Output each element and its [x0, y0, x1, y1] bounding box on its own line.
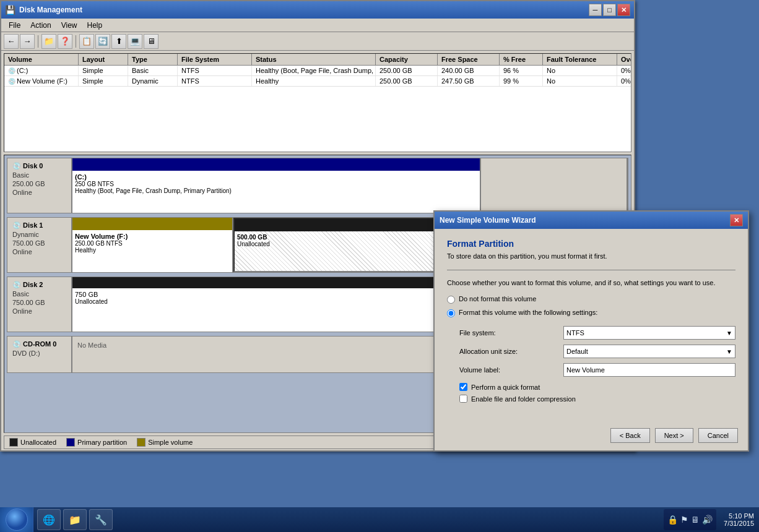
row0-capacity: 250.00 GB — [376, 66, 438, 75]
row0-fault: No — [543, 66, 617, 75]
window-title: Disk Management — [19, 6, 589, 14]
display-button[interactable]: 🖥 — [144, 34, 158, 49]
disk-1-size: 750.00 GB — [12, 239, 66, 247]
tool-icon: 🔧 — [95, 513, 107, 526]
disk-1-vol-status: Healthy — [75, 247, 230, 254]
properties-button[interactable]: 📋 — [79, 34, 94, 49]
row0-free: 240.00 GB — [438, 66, 500, 75]
fs-label: File system: — [459, 329, 558, 337]
disk-0-size: 250.00 GB — [12, 180, 66, 187]
row1-status: Healthy — [252, 76, 376, 86]
refresh-button[interactable]: 🔄 — [95, 34, 110, 49]
start-orb-icon — [6, 508, 28, 531]
legend-unallocated-color — [9, 438, 18, 447]
table-row[interactable]: 💿(C:) Simple Basic NTFS Healthy (Boot, P… — [4, 66, 631, 76]
disk-1-vol-size: 250.00 GB NTFS — [75, 240, 230, 247]
disk-0-partition-body: (C:) 250 GB NTFS Healthy (Boot, Page Fil… — [72, 171, 480, 213]
back-button[interactable]: < Back — [610, 428, 650, 443]
quick-format-checkbox[interactable] — [459, 383, 467, 391]
taskbar-item-ie[interactable]: 🌐 — [37, 509, 61, 530]
menu-action[interactable]: Action — [25, 20, 56, 31]
forward-button[interactable]: → — [20, 34, 35, 49]
radio-no-format-input[interactable] — [447, 296, 455, 304]
disk-0-label: 💿 Disk 0 Basic 250.00 GB Online — [7, 158, 72, 213]
cancel-button[interactable]: Cancel — [698, 428, 738, 443]
row1-volume: 💿New Volume (F:) — [4, 76, 79, 86]
computer-button[interactable]: 💻 — [128, 34, 142, 49]
next-button[interactable]: Next > — [655, 428, 693, 443]
volume-label-input[interactable] — [563, 363, 735, 377]
col-filesystem: File System — [178, 54, 252, 65]
disk-1-status: Online — [12, 248, 66, 255]
fs-arrow-icon: ▼ — [726, 330, 732, 337]
dialog-title-bar: New Simple Volume Wizard ✕ — [435, 212, 748, 229]
dialog-title-text: New Simple Volume Wizard — [440, 216, 730, 225]
folder-button[interactable]: 📁 — [41, 34, 56, 49]
fs-select[interactable]: NTFS ▼ — [563, 326, 735, 340]
taskbar-item-explorer[interactable]: 📁 — [63, 509, 87, 530]
checkbox-quick-format: Perform a quick format — [459, 383, 735, 391]
disk-2-status: Online — [12, 307, 66, 315]
radio-no-format-label: Do not format this volume — [459, 295, 536, 302]
dialog-footer: < Back Next > Cancel — [610, 428, 738, 443]
start-button[interactable] — [0, 507, 33, 532]
up-button[interactable]: ⬆ — [111, 34, 126, 49]
radio-format-label: Format this volume with the following se… — [459, 309, 597, 316]
row1-free: 247.50 GB — [438, 76, 500, 86]
radio-no-format: Do not format this volume — [447, 295, 735, 304]
cdrom-label: 💿 CD-ROM 0 DVD (D:) — [7, 337, 72, 372]
legend-primary: Primary partition — [66, 438, 127, 447]
dialog-body-text: Choose whether you want to format this v… — [447, 279, 735, 286]
fs-value: NTFS — [566, 329, 584, 337]
clock-date: 7/31/2015 — [724, 520, 754, 527]
minimize-button[interactable]: ─ — [589, 4, 602, 16]
legend-unallocated: Unallocated — [9, 438, 56, 447]
legend-simple-label: Simple volume — [148, 439, 193, 446]
system-clock: 5:10 PM 7/31/2015 — [719, 512, 754, 527]
window-icon: 💾 — [5, 5, 15, 15]
ie-icon: 🌐 — [43, 513, 55, 526]
taskbar-item-tool[interactable]: 🔧 — [89, 509, 113, 530]
close-button[interactable]: ✕ — [617, 4, 630, 16]
tray-icons: 🔒 ⚑ 🖥 🔊 — [664, 509, 716, 530]
maximize-button[interactable]: □ — [603, 4, 616, 16]
col-volume: Volume — [4, 54, 79, 65]
dialog-format-partition: New Simple Volume Wizard ✕ Format Partit… — [433, 210, 749, 452]
cdrom-name: 💿 CD-ROM 0 — [12, 340, 66, 348]
taskbar: 🌐 📁 🔧 🔒 ⚑ 🖥 🔊 5:10 PM 7/31/2015 — [0, 507, 759, 532]
disk-1-partition-body: New Volume (F:) 250.00 GB NTFS Healthy — [72, 230, 232, 272]
alloc-arrow-icon: ▼ — [726, 348, 732, 355]
row0-pct: 96 % — [500, 66, 543, 75]
row0-status: Healthy (Boot, Page File, Crash Dump, Pr… — [252, 66, 376, 75]
checkbox-compression: Enable file and folder compression — [459, 395, 735, 403]
row1-fault: No — [543, 76, 617, 86]
col-layout: Layout — [79, 54, 128, 65]
table-row[interactable]: 💿New Volume (F:) Simple Dynamic NTFS Hea… — [4, 76, 631, 87]
row0-layout: Simple — [79, 66, 128, 75]
dialog-section-desc: To store data on this partition, you mus… — [447, 252, 735, 260]
disk-0-partition-c[interactable]: (C:) 250 GB NTFS Healthy (Boot, Page Fil… — [72, 158, 481, 213]
compression-checkbox[interactable] — [459, 395, 467, 403]
tray-flag-icon: ⚑ — [680, 515, 688, 525]
help-button[interactable]: ❓ — [58, 34, 72, 49]
menu-file[interactable]: File — [4, 20, 25, 31]
back-button[interactable]: ← — [4, 34, 19, 49]
clock-time: 5:10 PM — [724, 512, 754, 520]
dialog-section-title: Format Partition — [447, 239, 735, 249]
row1-pct: 99 % — [500, 76, 543, 86]
form-grid: File system: NTFS ▼ Allocation unit size… — [459, 326, 735, 377]
disk-0-vol-size: 250 GB NTFS — [75, 181, 477, 187]
radio-format-input[interactable] — [447, 309, 455, 317]
row1-layout: Simple — [79, 76, 128, 86]
taskbar-items: 🌐 📁 🔧 — [33, 507, 659, 532]
dialog-close-button[interactable]: ✕ — [730, 214, 743, 226]
row1-capacity: 250.00 GB — [376, 76, 438, 86]
compression-label: Enable file and folder compression — [471, 395, 576, 403]
alloc-select[interactable]: Default ▼ — [563, 345, 735, 358]
legend-simple: Simple volume — [137, 438, 193, 447]
menu-view[interactable]: View — [56, 20, 82, 31]
disk-1-partition-f[interactable]: New Volume (F:) 250.00 GB NTFS Healthy — [72, 218, 233, 272]
menu-help[interactable]: Help — [82, 20, 108, 31]
disk-2-size: 750.00 GB — [12, 299, 66, 306]
volume-table: Volume Layout Type File System Status Ca… — [4, 53, 631, 152]
